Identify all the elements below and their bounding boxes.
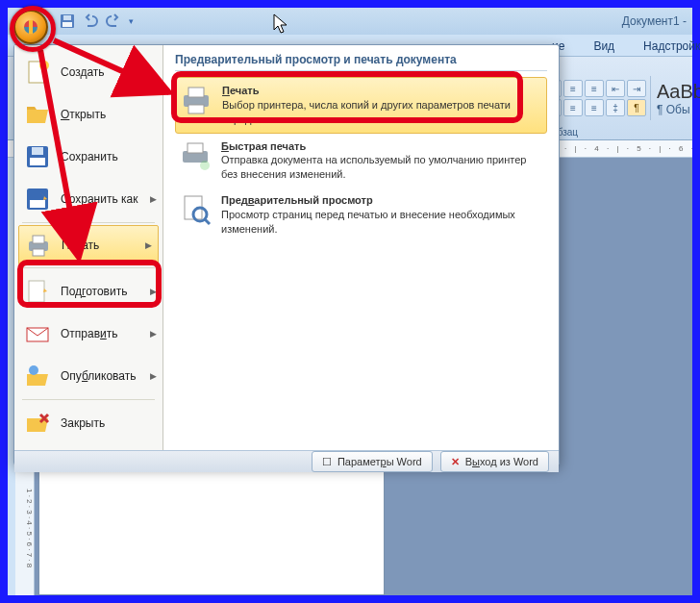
menu-label: Закрыть (61, 416, 105, 430)
printer-icon (180, 84, 212, 116)
exit-word-button[interactable]: ✕ Выход из Word (440, 451, 549, 472)
svg-rect-14 (33, 249, 44, 256)
prepare-icon (24, 278, 51, 305)
menu-label: Сохранить (61, 150, 118, 163)
ribbon-tab-view[interactable]: Вид (588, 37, 620, 56)
menu-label: Открыть (61, 108, 106, 121)
align-center-icon[interactable]: ≡ (563, 99, 583, 116)
ribbon-tab-addins[interactable]: Надстройки (638, 37, 700, 56)
menu-item-prepare[interactable]: Подготовить ▶ (14, 270, 162, 313)
submenu-title: Предварительный просмотр (221, 193, 543, 208)
submenu-desc: Отправка документа на используемый по ум… (221, 154, 526, 180)
close-file-icon (24, 410, 51, 437)
chevron-right-icon: ▶ (150, 371, 157, 381)
svg-rect-13 (33, 236, 44, 243)
chevron-right-icon: ▶ (145, 240, 152, 250)
indent-right-icon[interactable]: ⇥ (627, 80, 646, 97)
vertical-ruler[interactable]: 1 · 2 · 3 · 4 · 5 · 6 · 7 · 8 (15, 462, 35, 595)
menu-label: Отправить (61, 327, 118, 340)
numbering-icon[interactable]: ≡ (563, 80, 583, 97)
button-label: Выход из Word (465, 456, 538, 467)
menu-item-open[interactable]: Открыть (14, 93, 162, 136)
options-icon: ☐ (322, 456, 332, 468)
save-icon[interactable] (60, 13, 75, 29)
svg-point-23 (200, 161, 210, 170)
submenu-title: Быстрая печать (221, 139, 543, 154)
svg-rect-2 (63, 15, 71, 20)
folder-open-icon (24, 101, 51, 128)
preview-icon (179, 193, 212, 226)
indent-left-icon[interactable]: ⇤ (606, 80, 625, 97)
title-bar: ▾ Документ1 - (8, 8, 692, 35)
svg-rect-19 (188, 88, 204, 97)
submenu-desc: Просмотр страниц перед печатью и внесени… (221, 209, 515, 235)
pilcrow-icon[interactable]: ¶ (627, 99, 646, 116)
menu-item-save-as[interactable]: Сохранить как ▶ (14, 178, 162, 220)
undo-icon[interactable] (83, 13, 98, 29)
button-label: Параметры Word (338, 456, 422, 467)
chevron-right-icon: ▶ (150, 287, 157, 296)
word-options-button[interactable]: ☐ Параметры Word (312, 451, 433, 472)
submenu-title: Печать (222, 84, 542, 98)
save-disk-icon (24, 143, 51, 170)
office-menu: Создать Открыть Сохранить Сохранить как … (13, 44, 560, 465)
chevron-right-icon: ▶ (150, 194, 157, 204)
close-icon: ✕ (451, 456, 460, 468)
submenu-item-print-preview[interactable]: Предварительный просмотр Просмотр страни… (175, 188, 547, 242)
svg-rect-22 (188, 143, 203, 153)
publish-icon (24, 363, 51, 389)
align-right-icon[interactable]: ≡ (585, 99, 604, 116)
menu-item-create[interactable]: Создать (14, 51, 162, 93)
svg-point-6 (39, 61, 49, 70)
new-file-icon (24, 59, 51, 86)
styles-group[interactable]: AaBb ¶ Обы (651, 77, 700, 120)
svg-rect-15 (29, 281, 44, 302)
printer-icon (25, 232, 52, 259)
office-menu-right: Предварительный просмотр и печать докуме… (163, 45, 559, 450)
redo-icon[interactable] (106, 13, 121, 29)
menu-label: Подготовить (61, 285, 127, 298)
document-title: Документ1 - (622, 14, 687, 28)
menu-item-close[interactable]: Закрыть (14, 402, 162, 444)
svg-rect-9 (32, 147, 43, 155)
style-name: ¶ Обы (657, 103, 700, 116)
menu-label: Печать (62, 239, 99, 252)
line-spacing-icon[interactable]: ‡ (606, 99, 625, 116)
multilevel-icon[interactable]: ≡ (585, 80, 604, 97)
menu-label: Опубликовать (61, 369, 136, 383)
office-menu-footer: ☐ Параметры Word ✕ Выход из Word (14, 450, 559, 472)
submenu-item-print[interactable]: Печать Выбор принтера, числа копий и дру… (175, 77, 547, 134)
menu-item-publish[interactable]: Опубликовать ▶ (14, 355, 162, 397)
send-icon (24, 320, 51, 347)
submenu-title: Предварительный просмотр и печать докуме… (175, 53, 547, 71)
save-as-icon (24, 186, 51, 213)
office-button[interactable] (13, 10, 48, 44)
menu-item-print[interactable]: Печать ▶ (18, 225, 159, 265)
qat-dropdown-icon[interactable]: ▾ (129, 16, 134, 26)
svg-rect-8 (30, 158, 45, 165)
chevron-right-icon: ▶ (150, 329, 157, 339)
menu-item-send[interactable]: Отправить ▶ (14, 313, 162, 355)
svg-rect-1 (62, 22, 72, 27)
svg-point-17 (29, 365, 38, 375)
submenu-item-quick-print[interactable]: Быстрая печать Отправка документа на исп… (175, 134, 547, 188)
quick-access-toolbar: ▾ (60, 13, 134, 29)
svg-rect-4 (29, 20, 33, 34)
menu-item-save[interactable]: Сохранить (14, 136, 162, 178)
menu-label: Сохранить как (61, 192, 138, 206)
document-page[interactable] (38, 471, 385, 595)
svg-rect-11 (30, 200, 45, 208)
submenu-desc: Выбор принтера, числа копий и других пар… (222, 99, 511, 125)
svg-rect-20 (188, 105, 204, 113)
quick-print-icon (179, 139, 212, 172)
office-menu-left: Создать Открыть Сохранить Сохранить как … (14, 45, 163, 450)
menu-label: Создать (61, 65, 105, 79)
style-preview: AaBb (657, 81, 700, 103)
